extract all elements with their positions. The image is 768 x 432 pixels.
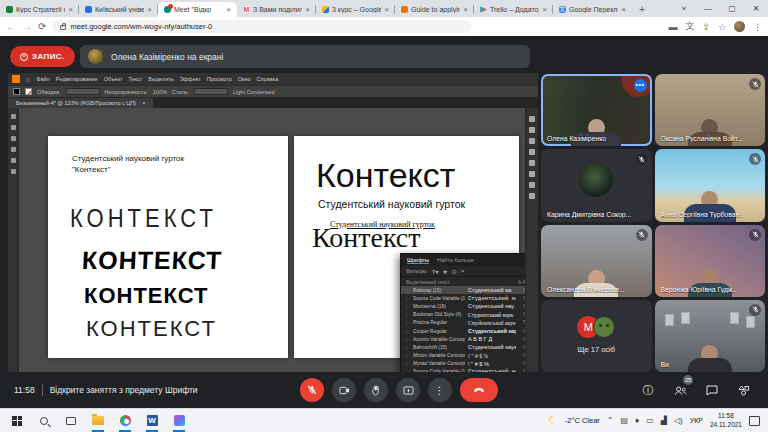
home-icon[interactable]: ⌂ [26,76,30,83]
character-panel-icon[interactable] [529,149,535,155]
layers-panel-icon[interactable] [529,138,535,144]
forward-icon[interactable]: → [22,21,32,32]
paragraph-panel-icon[interactable] [529,160,535,166]
font-row[interactable]: ☆Acumin Variable Concept (91)А Б В Г ДO [401,335,531,343]
tile-more-options-button[interactable]: ••• [634,79,647,92]
menu-file[interactable]: Файл [36,76,50,82]
font-row[interactable]: ☆Myriad Variable Concept (40)! " # $ %O [401,360,531,368]
artboards-panel-icon[interactable] [529,193,535,199]
chat-icon[interactable] [704,382,720,398]
menu-object[interactable]: Объект [104,76,123,82]
menu-window[interactable]: Окно [238,76,251,82]
fill-swatch[interactable] [13,88,20,95]
font-row[interactable]: ☆Raleway (15)Студентський наO [401,286,531,294]
chrome-taskbar-icon[interactable] [118,413,132,429]
direct-select-tool-icon[interactable] [11,125,16,130]
hidden-icons-chevron[interactable]: ⌃ [607,416,614,425]
maximize-button[interactable]: ▢ [720,4,744,13]
tab-university[interactable]: Київський універ× [79,2,158,17]
tab-course[interactable]: Курс Стратегії н× [0,2,79,17]
tab-trello[interactable]: Trello – Додаток× [474,2,553,17]
file-explorer-icon[interactable] [91,413,105,429]
close-icon[interactable]: × [68,5,73,14]
type-tool-icon[interactable] [11,147,16,152]
tab-gmail[interactable]: MЗ Вами поділили× [237,2,316,17]
close-icon[interactable]: × [305,5,310,14]
style-field[interactable] [194,88,228,95]
swatches-panel-icon[interactable] [529,127,535,133]
menu-type[interactable]: Текст [128,76,142,82]
browser-menu-icon[interactable]: ⋮ [753,22,762,32]
share-icon[interactable]: ⇪ [702,22,710,32]
onedrive-tray-icon[interactable]: ▤ [621,416,629,425]
tools-panel[interactable] [8,108,19,372]
weather-text[interactable]: -2°C Clear [565,416,600,425]
mic-tray-icon[interactable]: ♦ [635,416,639,425]
tab-find-more[interactable]: Найти больше [437,257,474,263]
menu-view[interactable]: Просмотр [207,76,232,82]
color-panel-icon[interactable] [529,116,535,122]
menu-edit[interactable]: Редактирование [56,76,98,82]
weather-moon-icon[interactable]: ☾ [548,414,558,427]
url-input[interactable]: meet.google.com/wm-wogv-nfy/authuser-0 [52,20,472,33]
taskbar-clock[interactable]: 11:58 24.11.2021 [710,412,742,428]
menu-help[interactable]: Справка [257,76,279,82]
participant-tile[interactable]: Оксана Русланівна Войт... [655,74,766,146]
close-icon[interactable]: × [542,5,547,14]
pen-tool-icon[interactable] [11,136,16,141]
opacity-value[interactable]: 100% [153,89,167,95]
word-taskbar-icon[interactable]: W [145,413,159,429]
close-window-button[interactable]: ✕ [744,4,768,13]
bookmark-star-icon[interactable]: ☆ [718,22,726,32]
network-tray-icon[interactable]: ▟ [661,416,667,425]
tab-fonts[interactable]: Шрифты [407,257,429,264]
close-doc-icon[interactable]: × [142,100,145,106]
action-center-icon[interactable] [749,416,760,426]
recent-icon[interactable]: ⊙ [452,268,457,275]
zoom-tool-icon[interactable] [11,169,16,174]
card-icon[interactable]: ▬ [668,22,677,32]
more-options-button[interactable]: ⋮ [428,378,452,402]
taskbar-search-icon[interactable] [37,413,51,429]
participant-tile[interactable]: Вероніка Юріївна Гудж... [655,225,766,297]
font-row[interactable]: ☆Bookman Old Style (4)Студентський наукO [401,311,531,319]
illustrator-taskbar-icon[interactable] [172,413,186,429]
battery-tray-icon[interactable]: ▭ [646,416,654,425]
task-view-icon[interactable] [64,413,78,429]
end-call-button[interactable] [460,378,498,402]
close-icon[interactable]: × [147,5,152,14]
similar-icon[interactable]: ≈ [461,268,464,274]
selected-text-label[interactable]: Выделенный текст [406,279,450,285]
tab-drive[interactable]: 3 курс – Google× [316,2,395,17]
mic-mute-button[interactable] [300,378,324,402]
stroke-swatch[interactable] [25,88,32,95]
menu-effect[interactable]: Эффект [180,76,201,82]
menu-select[interactable]: Выделить [148,76,173,82]
keyboard-language[interactable]: УКР [690,417,703,424]
shape-tool-icon[interactable] [11,158,16,163]
start-button[interactable] [10,413,24,429]
close-icon[interactable]: × [621,5,626,14]
close-icon[interactable]: × [226,5,231,14]
libraries-panel-icon[interactable] [529,171,535,177]
volume-tray-icon[interactable]: ◁) [674,416,683,425]
people-icon[interactable]: 25 [672,382,688,398]
new-tab-button[interactable]: + [635,3,649,17]
minimize-button[interactable]: — [696,4,720,13]
activities-icon[interactable] [736,382,752,398]
properties-panel-icon[interactable] [529,182,535,188]
translate-page-icon[interactable]: 文 [685,20,694,33]
close-icon[interactable]: × [463,5,468,14]
font-row[interactable]: ☆Bahnschrift (15)Студентський наук:O [401,343,531,351]
present-screen-button[interactable] [396,378,420,402]
self-view-tile[interactable]: Ви [655,300,766,372]
stroke-width-field[interactable] [66,88,100,95]
font-row[interactable]: ☆Cooper RegularСтудентський наукO [401,327,531,335]
document-tab[interactable]: Безымянный-4* @ 133% (RGB/Просмотр с ЦП)… [8,98,153,108]
font-row[interactable]: ☆Pristina RegularСтудентський наукTt [401,319,531,327]
font-row[interactable]: ☆Montserrat (18)Студентський науO [401,302,531,310]
profile-avatar[interactable] [734,21,745,32]
participant-tile[interactable]: ••• Олена Казіміренко [541,74,652,146]
reload-icon[interactable]: ⟳ [38,21,46,32]
tab-translate[interactable]: 文Google Переклад× [553,2,632,17]
